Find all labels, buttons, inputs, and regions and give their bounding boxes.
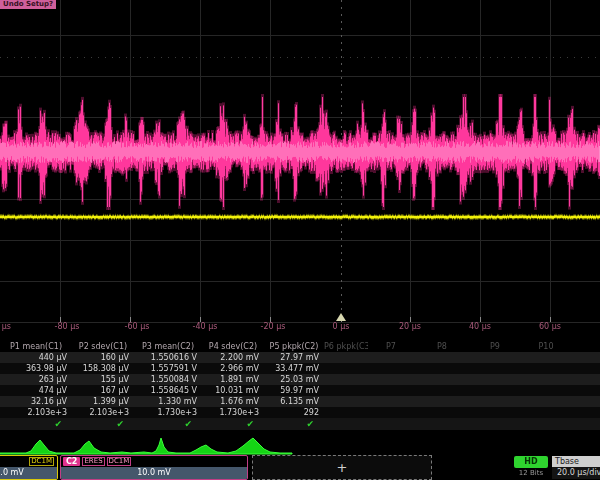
param-header-p1[interactable]: P1 mean(C1) <box>0 341 72 352</box>
measure-value: 2.966 mV <box>202 363 264 374</box>
status-check-icon: ✔ <box>134 418 202 430</box>
measure-value: 2.200 mV <box>202 352 264 363</box>
c1-coupling-badge: DC1M <box>29 457 54 466</box>
param-header-p2[interactable]: P2 sdev(C1) <box>72 341 134 352</box>
measure-value: 158.308 µV <box>72 363 134 374</box>
c2-coupling-badge: DC1M <box>107 457 132 466</box>
undo-setup-button[interactable]: Undo Setup? <box>0 0 56 9</box>
channel-c2-descriptor[interactable]: C2 ERES DC1M 10.0 mV <box>60 455 248 480</box>
c1-scale: 10.0 mV <box>0 467 57 479</box>
param-header-p6[interactable]: P6 pkpk(C3) <box>324 341 368 352</box>
histicon-strip[interactable] <box>0 432 600 456</box>
param-header-p5[interactable]: P5 pkpk(C2) <box>264 341 324 352</box>
param-header-p9[interactable]: P9 <box>470 341 520 352</box>
time-tick-label: 20 µs <box>399 322 421 331</box>
add-trace-button[interactable]: + <box>252 455 432 480</box>
measure-value: 292 <box>264 407 324 418</box>
measure-value: 155 µV <box>72 374 134 385</box>
measurement-row-num: 2.103e+3 2.103e+3 1.730e+3 1.730e+3 292 <box>0 407 600 418</box>
c2-eres-badge: ERES <box>82 457 104 466</box>
time-tick-label: -100 µs <box>0 322 11 331</box>
measurement-row-max: 474 µV 167 µV 1.558645 V 10.031 mV 59.97… <box>0 385 600 396</box>
measure-value: 1.550616 V <box>134 352 202 363</box>
status-check-icon: ✔ <box>0 418 72 430</box>
c2-label-chip: C2 <box>63 457 80 466</box>
measure-value: 160 µV <box>72 352 134 363</box>
hd-bits-label: 12 Bits <box>512 469 550 477</box>
time-tick-label: 60 µs <box>539 322 561 331</box>
param-header-p7[interactable]: P7 <box>368 341 414 352</box>
measurement-row-status: ✔ ✔ ✔ ✔ ✔ <box>0 418 600 430</box>
param-header-p10[interactable]: P10 <box>520 341 572 352</box>
measure-value: 2.103e+3 <box>72 407 134 418</box>
measure-value: 440 µV <box>0 352 72 363</box>
param-header-p8[interactable]: P8 <box>414 341 470 352</box>
timebase-title: Tbase <box>552 456 600 467</box>
status-check-icon: ✔ <box>72 418 134 430</box>
measure-value: 1.891 mV <box>202 374 264 385</box>
measure-value: 25.03 mV <box>264 374 324 385</box>
c2-scale: 10.0 mV <box>61 467 247 479</box>
measure-value: 263 µV <box>0 374 72 385</box>
measurement-row-sdev: 32.16 µV 1.399 µV 1.330 mV 1.676 mV 6.13… <box>0 396 600 407</box>
param-header-p4[interactable]: P4 sdev(C2) <box>202 341 264 352</box>
oscilloscope-screen: Undo Setup? -100 µs -80 µs -60 µs -40 µs… <box>0 0 600 480</box>
measure-value: 1.330 mV <box>134 396 202 407</box>
param-header-p3[interactable]: P3 mean(C2) <box>134 341 202 352</box>
time-tick-label: -60 µs <box>125 322 150 331</box>
time-tick-label: -80 µs <box>55 322 80 331</box>
measure-value: 59.97 mV <box>264 385 324 396</box>
channel-c1-descriptor[interactable]: DC1M 10.0 mV <box>0 455 58 480</box>
measure-value: 1.730e+3 <box>202 407 264 418</box>
measure-value: 33.477 mV <box>264 363 324 374</box>
time-tick-label: -40 µs <box>193 322 218 331</box>
timebase-descriptor[interactable]: Tbase 20.0 µs/div <box>552 456 600 479</box>
measurement-header-row: P1 mean(C1) P2 sdev(C1) P3 mean(C2) P4 s… <box>0 341 600 352</box>
hd-mode-badge[interactable]: HD <box>514 456 548 468</box>
status-check-icon: ✔ <box>202 418 264 430</box>
time-tick-label: -20 µs <box>261 322 286 331</box>
measure-value: 1.399 µV <box>72 396 134 407</box>
measure-value: 32.16 µV <box>0 396 72 407</box>
measurement-row-mean: 363.98 µV 158.308 µV 1.557591 V 2.966 mV… <box>0 363 600 374</box>
measure-value: 474 µV <box>0 385 72 396</box>
waveform-display[interactable] <box>0 0 600 340</box>
measure-value: 1.558645 V <box>134 385 202 396</box>
measure-value: 6.135 mV <box>264 396 324 407</box>
time-tick-label: 40 µs <box>469 322 491 331</box>
status-check-icon: ✔ <box>264 418 324 430</box>
measure-value: 27.97 mV <box>264 352 324 363</box>
timebase-scale: 20.0 µs/div <box>552 467 600 479</box>
measure-value: 363.98 µV <box>0 363 72 374</box>
measure-value: 1.550084 V <box>134 374 202 385</box>
measurement-row-min: 263 µV 155 µV 1.550084 V 1.891 mV 25.03 … <box>0 374 600 385</box>
measure-value: 2.103e+3 <box>0 407 72 418</box>
time-tick-label: 0 µs <box>333 322 350 331</box>
measure-value: 1.676 mV <box>202 396 264 407</box>
measure-value: 10.031 mV <box>202 385 264 396</box>
measurement-table: P1 mean(C1) P2 sdev(C1) P3 mean(C2) P4 s… <box>0 341 600 430</box>
measure-value: 167 µV <box>72 385 134 396</box>
measurement-row-value: 440 µV 160 µV 1.550616 V 2.200 mV 27.97 … <box>0 352 600 363</box>
measure-value: 1.730e+3 <box>134 407 202 418</box>
measure-value: 1.557591 V <box>134 363 202 374</box>
